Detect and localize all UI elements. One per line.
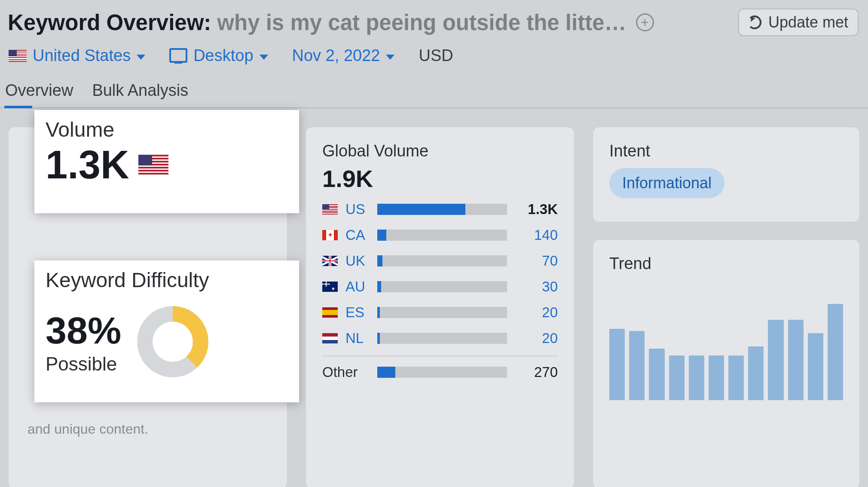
chevron-down-icon (386, 55, 394, 60)
chevron-down-icon (260, 55, 268, 60)
tab-bar: Overview Bulk Analysis (0, 75, 868, 108)
kd-donut-chart (134, 303, 211, 380)
trend-bar (669, 355, 685, 400)
gv-country-code[interactable]: CA (345, 227, 370, 243)
device-filter[interactable]: Desktop (169, 46, 268, 65)
country-filter-label: United States (33, 46, 131, 65)
date-filter-label: Nov 2, 2022 (292, 46, 380, 65)
nl-flag-icon (322, 333, 338, 343)
volume-highlight: Volume 1.3K (34, 110, 299, 213)
volume-kd-card: and unique content. Volume 1.3K Keyword … (8, 126, 288, 487)
gv-other-value: 270 (515, 364, 558, 380)
trend-bar-chart (609, 288, 843, 400)
update-metrics-label: Update met (768, 13, 848, 31)
trend-label: Trend (609, 254, 843, 273)
trend-bar (649, 349, 664, 400)
tab-overview[interactable]: Overview (4, 75, 74, 107)
trend-bar (689, 355, 704, 400)
global-volume-row[interactable]: AU30 (322, 279, 558, 295)
global-volume-label: Global Volume (322, 142, 558, 160)
trend-bar (828, 304, 843, 400)
gv-bar (377, 281, 381, 292)
gv-country-code[interactable]: US (345, 201, 370, 217)
global-volume-other-row: Other 270 (322, 364, 558, 380)
update-metrics-button[interactable]: Update met (738, 9, 859, 36)
add-keyword-icon[interactable]: + (636, 13, 654, 31)
global-volume-row[interactable]: ES20 (322, 304, 558, 321)
kd-rating: Possible (46, 353, 121, 375)
gv-country-code[interactable]: ES (345, 304, 370, 321)
device-filter-label: Desktop (193, 46, 253, 65)
au-flag-icon (322, 282, 338, 292)
right-column: Intent Informational Trend (592, 126, 860, 487)
global-volume-row[interactable]: NL20 (322, 330, 558, 346)
intent-card: Intent Informational (592, 126, 860, 223)
desktop-icon (169, 48, 187, 64)
gv-value: 140 (515, 227, 558, 243)
gv-value: 30 (515, 279, 558, 295)
trend-bar (629, 331, 645, 400)
gv-bar (377, 333, 380, 344)
gv-value: 20 (515, 330, 558, 346)
global-volume-list: US1.3KCA140UK70AU30ES20NL20 (322, 201, 558, 346)
ca-flag-icon (322, 230, 338, 240)
currency-label: USD (419, 46, 453, 65)
gv-value: 1.3K (515, 201, 558, 217)
chevron-down-icon (137, 55, 145, 60)
gv-country-code[interactable]: AU (345, 279, 370, 295)
trend-bar (728, 355, 744, 400)
gv-other-bar (377, 367, 395, 378)
page-header: Keyword Overview: why is my cat peeing o… (0, 0, 868, 40)
gv-other-label: Other (322, 364, 370, 380)
refresh-icon (748, 15, 761, 29)
global-volume-row[interactable]: CA140 (322, 227, 558, 243)
kd-value: 38% (46, 309, 121, 352)
intent-label: Intent (609, 142, 843, 160)
gv-bar (377, 255, 382, 266)
keyword-difficulty-highlight: Keyword Difficulty 38% Possible (34, 260, 299, 402)
divider (322, 356, 558, 356)
gv-value: 70 (515, 253, 558, 269)
gv-bar (377, 307, 380, 318)
us-flag-icon (138, 155, 168, 175)
global-volume-row[interactable]: US1.3K (322, 201, 558, 217)
country-filter[interactable]: United States (9, 46, 145, 65)
gv-value: 20 (515, 304, 558, 321)
trend-card: Trend (592, 239, 860, 487)
trend-bar (808, 333, 823, 400)
date-filter[interactable]: Nov 2, 2022 (292, 46, 395, 65)
kd-description-fragment: and unique content. (28, 421, 148, 437)
gv-country-code[interactable]: UK (345, 253, 370, 269)
global-volume-card: Global Volume 1.9K US1.3KCA140UK70AU30ES… (305, 126, 575, 487)
trend-bar (768, 320, 783, 400)
us-flag-icon (322, 204, 338, 214)
trend-bar (748, 346, 764, 400)
trend-bar (609, 329, 625, 400)
volume-value: 1.3K (46, 145, 129, 184)
global-volume-total: 1.9K (322, 165, 558, 193)
gv-country-code[interactable]: NL (345, 330, 370, 346)
uk-flag-icon (322, 256, 338, 266)
gv-bar (377, 230, 386, 241)
page-title-prefix: Keyword Overview: (8, 10, 211, 35)
trend-bar (788, 320, 804, 400)
page-title-keyword: why is my cat peeing outside the litte… (217, 10, 626, 35)
es-flag-icon (322, 307, 338, 318)
global-volume-row[interactable]: UK70 (322, 253, 558, 269)
us-flag-icon (9, 50, 27, 62)
gv-bar (377, 204, 465, 215)
content-row: and unique content. Volume 1.3K Keyword … (0, 108, 868, 487)
kd-label: Keyword Difficulty (46, 268, 288, 292)
trend-bar (709, 355, 724, 400)
intent-badge[interactable]: Informational (609, 168, 724, 198)
volume-label: Volume (46, 118, 288, 141)
tab-bulk-analysis[interactable]: Bulk Analysis (91, 75, 189, 107)
filter-bar: United States Desktop Nov 2, 2022 USD (0, 40, 868, 75)
